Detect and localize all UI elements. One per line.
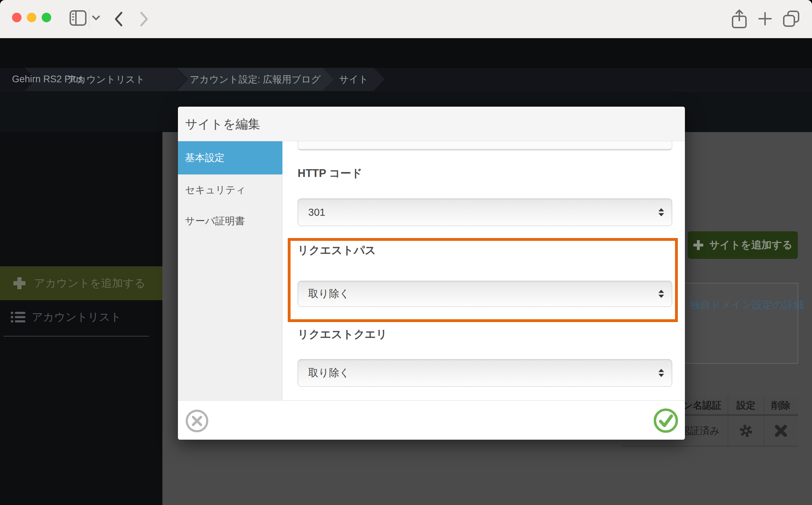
modal-titlebar: サイトを編集 <box>178 107 685 141</box>
breadcrumb-item-account-settings[interactable]: アカウント設定: 広報用ブログ <box>177 68 334 91</box>
modal-footer <box>178 400 685 440</box>
sidebar: アカウントを追加する アカウントリスト <box>0 132 162 505</box>
request-path-value: 取り除く <box>308 287 350 301</box>
window-minimize-button[interactable] <box>27 13 36 22</box>
plus-icon <box>13 277 26 290</box>
back-icon[interactable] <box>112 10 125 28</box>
tab-security[interactable]: セキュリティ <box>178 174 282 206</box>
scrolled-select-fragment[interactable] <box>298 141 672 150</box>
toolbar-divider <box>89 8 89 29</box>
sidebar-add-account-button[interactable]: アカウントを追加する <box>0 266 162 300</box>
add-site-button[interactable]: サイトを追加する <box>688 231 798 259</box>
confirm-button[interactable] <box>653 408 679 433</box>
sidebar-divider <box>4 336 149 337</box>
sidebar-toggle-icon[interactable] <box>69 9 87 27</box>
request-query-label: リクエストクエリ <box>298 327 387 342</box>
tab-basic-settings[interactable]: 基本設定 <box>178 141 282 174</box>
chevron-down-icon[interactable] <box>91 14 101 22</box>
sidebar-account-list-label: アカウントリスト <box>32 310 121 325</box>
custom-domain-detail-link[interactable]: 独自ドメイン設定の詳細 <box>690 298 804 312</box>
cancel-button[interactable] <box>185 409 209 433</box>
row-settings-cell <box>728 416 764 446</box>
plus-icon <box>693 240 704 250</box>
sidebar-add-account-label: アカウントを追加する <box>34 276 145 291</box>
edit-site-modal: サイトを編集 基本設定 セキュリティ サーバ証明書 HTTP コード 301 リ… <box>178 107 685 440</box>
tab-server-certificate[interactable]: サーバ証明書 <box>178 206 282 237</box>
request-path-label: リクエストパス <box>298 243 376 258</box>
column-header-delete: 削除 <box>764 396 798 414</box>
list-icon <box>11 311 26 323</box>
select-arrows-icon <box>658 369 664 377</box>
select-arrows-icon <box>658 290 664 298</box>
delete-x-icon[interactable] <box>775 424 787 437</box>
gear-icon[interactable] <box>739 424 753 438</box>
modal-title: サイトを編集 <box>185 107 260 141</box>
forward-icon[interactable] <box>138 10 150 28</box>
share-icon[interactable] <box>730 8 748 30</box>
tab-overview-icon[interactable] <box>782 9 801 28</box>
request-path-select[interactable]: 取り除く <box>298 281 672 307</box>
http-code-label: HTTP コード <box>298 166 362 181</box>
request-query-select[interactable]: 取り除く <box>298 359 672 387</box>
breadcrumb-item-root[interactable]: Gehirn RS2 Plus <box>0 68 99 91</box>
new-tab-icon[interactable] <box>757 11 773 27</box>
app-header: GEHIRN WEB SERVICES ゲヒルン広報用プロジェクト Gehirn… <box>0 38 812 68</box>
breadcrumb: アカウント設定: 広報用ブログ アカウントリスト サイト Gehirn RS2 … <box>0 68 812 91</box>
add-site-label: サイトを追加する <box>709 238 793 252</box>
screen: GEHIRN WEB SERVICES ゲヒルン広報用プロジェクト Gehirn… <box>0 0 812 505</box>
window-close-button[interactable] <box>12 13 22 22</box>
row-delete-cell <box>764 416 798 446</box>
window-zoom-button[interactable] <box>42 13 51 22</box>
http-code-value: 301 <box>308 207 325 218</box>
sidebar-account-list-item[interactable]: アカウントリスト <box>0 303 162 331</box>
http-code-select[interactable]: 301 <box>298 198 672 226</box>
browser-toolbar <box>0 0 812 38</box>
select-arrows-icon <box>658 208 664 216</box>
column-header-settings: 設定 <box>728 396 764 414</box>
request-query-value: 取り除く <box>308 366 350 380</box>
